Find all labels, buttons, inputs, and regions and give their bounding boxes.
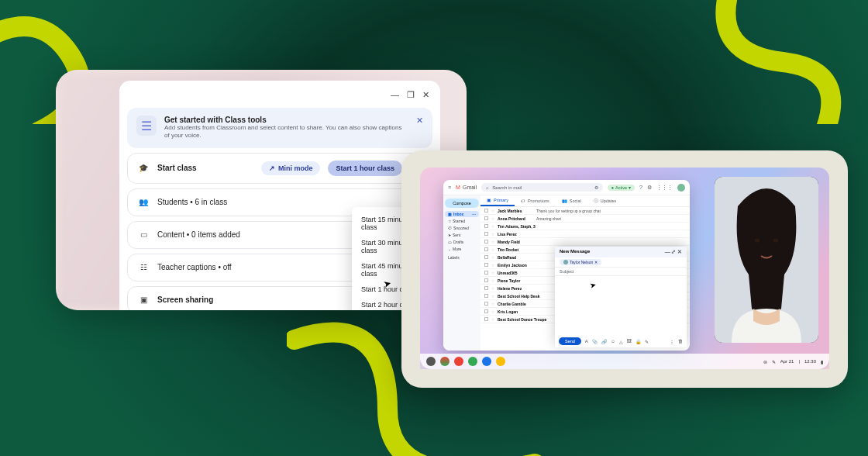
document-icon: ☰ [136, 116, 157, 136]
gmail-window: ≡ MGmail ⌕Search in mail⚙ ● Active ▾ ? ⚙… [443, 180, 690, 351]
pen-tray-icon[interactable]: ✎ [772, 359, 776, 364]
battery-icon[interactable]: ▮ [821, 359, 823, 364]
start-class-row: 🎓 Start class ↗Mini mode Start 1 hour cl… [127, 153, 432, 184]
compose-button[interactable]: Compose [445, 199, 479, 208]
tab-social[interactable]: 👥 Social [556, 195, 587, 206]
message-row[interactable]: ☆Jack MarblesThank you for setting up a … [480, 207, 690, 215]
shelf-time[interactable]: 12:30 [804, 359, 816, 364]
trash-icon[interactable]: 🗑 [678, 339, 683, 344]
lock-icon[interactable]: 🔒 [636, 339, 641, 344]
search-icon: ⌕ [486, 185, 489, 190]
compose-subject-field[interactable]: Subject [555, 268, 687, 276]
compose-title: New Message [560, 249, 590, 255]
restore-icon[interactable]: ❐ [407, 90, 415, 100]
drive-icon[interactable]: △ [619, 339, 623, 344]
folder-icon: ▭ [137, 229, 150, 241]
settings-icon[interactable]: ⚙ [647, 185, 652, 191]
network-icon[interactable]: ⊚ [763, 359, 767, 364]
files-shelf-icon[interactable] [482, 357, 491, 366]
start-class-label: Start class [157, 164, 253, 172]
people-icon: 👥 [137, 196, 150, 209]
launcher-icon[interactable] [426, 357, 436, 366]
svg-point-1 [755, 239, 760, 243]
banner-subtitle: Add students from Classroom and select c… [164, 124, 408, 140]
attach-icon[interactable]: 📎 [592, 339, 598, 344]
chrome-icon[interactable] [440, 357, 450, 366]
cast-icon: ▣ [137, 294, 150, 306]
get-started-banner: ☰ Get started with Class tools Add stude… [127, 108, 432, 148]
banner-title: Get started with Class tools [164, 116, 408, 124]
gmail-logo: MGmail [456, 185, 477, 190]
apps-icon[interactable]: ⋮⋮⋮ [656, 185, 673, 191]
tune-icon[interactable]: ⚙ [594, 185, 598, 190]
person-silhouette [715, 177, 818, 343]
chromeos-shelf: ⊚ ✎ Apr 21 | 12:30 ▮ [420, 354, 829, 369]
message-row[interactable]: ☆Anna PritchardAmazing chart [480, 215, 690, 223]
pen-icon[interactable]: ✎ [645, 339, 649, 344]
mouse-cursor-icon: ➤ [589, 280, 598, 290]
start-hour-class-button[interactable]: Start 1 hour class [328, 161, 402, 176]
gmail-search-input[interactable]: ⌕Search in mail⚙ [481, 183, 603, 192]
nav-sent[interactable]: ➤ Sent [445, 232, 479, 238]
emoji-icon[interactable]: ☺ [611, 339, 615, 344]
main-menu-icon[interactable]: ≡ [448, 185, 451, 190]
nav-more[interactable]: ⌄ More [445, 246, 479, 252]
webcam-preview [715, 177, 818, 343]
avatar[interactable] [677, 184, 685, 192]
image-icon[interactable]: 🖼 [627, 339, 632, 344]
expand-icon: ↗ [269, 164, 275, 172]
chromeos-desktop: ≡ MGmail ⌕Search in mail⚙ ● Active ▾ ? ⚙… [420, 168, 829, 369]
compose-minimize-icon[interactable]: — [665, 249, 670, 254]
app-shelf-icon[interactable] [496, 357, 505, 366]
nav-labels-heading: Labels [445, 253, 479, 261]
mini-mode-chip[interactable]: ↗Mini mode [261, 161, 321, 175]
send-button[interactable]: Send [559, 337, 581, 345]
format-icon[interactable]: A [585, 339, 588, 344]
svg-point-2 [773, 239, 779, 243]
link-icon[interactable]: 🔗 [601, 339, 607, 344]
compose-expand-icon[interactable]: ⤢ [671, 249, 676, 254]
close-icon[interactable]: ✕ [422, 90, 429, 100]
gmail-shelf-icon[interactable] [454, 357, 463, 366]
decor-squiggle [698, 0, 868, 124]
tab-promotions[interactable]: 🏷 Promotions [515, 195, 556, 206]
help-icon[interactable]: ? [639, 185, 642, 190]
recipient-chip[interactable]: Taylor Nelson ✕ [560, 259, 601, 265]
captions-icon: ☷ [137, 261, 150, 274]
minimize-icon[interactable]: — [391, 90, 399, 100]
message-row[interactable]: ☆Mandy Field [480, 238, 690, 246]
nav-drafts[interactable]: ▭ Drafts [445, 239, 479, 245]
tab-primary[interactable]: ▣ Primary [480, 195, 515, 206]
chat-shelf-icon[interactable] [468, 357, 477, 366]
compose-body[interactable]: ➤ [555, 276, 687, 335]
nav-starred[interactable]: ☆ Starred [445, 218, 479, 224]
nav-inbox[interactable]: ▣ Inbox⋯ [445, 211, 479, 217]
banner-close-icon[interactable]: ✕ [416, 116, 423, 140]
graduation-cap-icon: 🎓 [137, 162, 150, 174]
more-icon[interactable]: ⋮ [670, 339, 674, 344]
shelf-date[interactable]: Apr 21 [780, 359, 794, 364]
message-row[interactable]: ☆Tim Adams, Steph, 3 [480, 223, 690, 230]
compose-window: New Message— ⤢ ✕ Taylor Nelson ✕ Subject… [555, 247, 687, 347]
tab-updates[interactable]: ⓘ Updates [587, 195, 623, 206]
message-row[interactable]: ☆Lisa Perez [480, 230, 690, 238]
status-chip[interactable]: ● Active ▾ [608, 185, 635, 191]
compose-close-icon[interactable]: ✕ [677, 249, 682, 254]
nav-snoozed[interactable]: ⏱ Snoozed [445, 225, 479, 231]
students-label: Students • 6 in class [157, 198, 422, 206]
compose-to-field[interactable]: Taylor Nelson ✕ [555, 257, 687, 268]
chromebook-device: ≡ MGmail ⌕Search in mail⚙ ● Active ▾ ? ⚙… [401, 150, 848, 388]
gmail-sidebar: Compose ▣ Inbox⋯ ☆ Starred ⏱ Snoozed ➤ S… [443, 195, 480, 351]
